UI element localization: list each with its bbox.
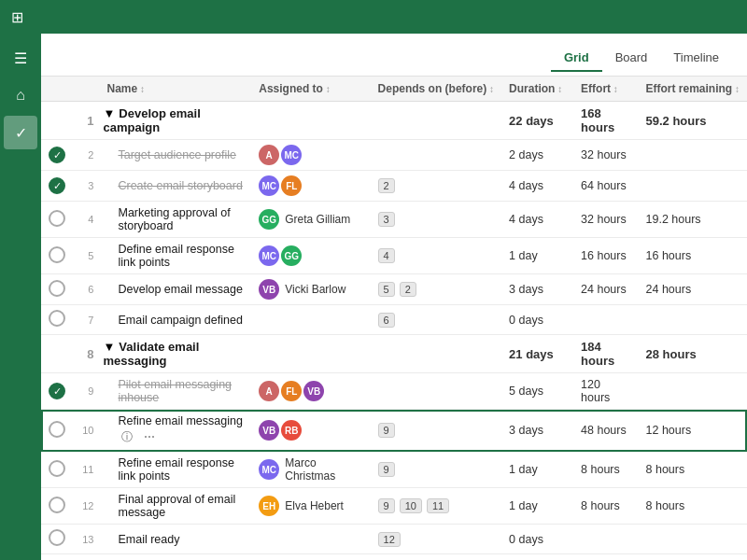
group-row[interactable]: 8▼Validate email messaging21 days184 hou… <box>41 335 747 373</box>
task-name-cell[interactable]: Email campaign defined <box>99 305 251 335</box>
task-row[interactable]: 10Refine email messaging ⓘ ⋯ VBRB93 days… <box>41 410 747 452</box>
avatars: GGGreta Gilliam <box>259 209 362 230</box>
task-name-cell[interactable]: ▼Validate email messaging <box>99 335 251 373</box>
depends-cell: 2 <box>371 171 501 202</box>
task-row[interactable]: 7Email campaign defined60 days <box>41 305 747 335</box>
task-name-cell[interactable]: Develop email message <box>99 274 251 305</box>
avatar: GG <box>259 209 279 230</box>
duration-cell: 1 day <box>501 238 573 274</box>
depends-cell: 12 <box>371 525 501 554</box>
sidebar-hamburger[interactable]: ☰ <box>4 41 37 75</box>
depends-cell <box>371 373 501 410</box>
task-name: Target audience profile <box>118 148 235 161</box>
group-expand-icon[interactable]: ▼ <box>103 106 115 120</box>
task-name-cell[interactable]: Marketing approval of storyboard <box>99 202 251 238</box>
sidebar: ☰ ⌂ ✓ <box>0 34 41 560</box>
app-icon: ⊞ <box>11 8 23 26</box>
task-checkbox[interactable] <box>49 210 65 227</box>
avatars: VBRB <box>259 420 362 441</box>
task-check-cell[interactable]: ✓ <box>41 140 73 171</box>
task-checkbox[interactable] <box>49 460 65 477</box>
col-depends[interactable]: Depends on (before) <box>371 77 501 102</box>
effort-remaining-cell: 28 hours <box>639 335 747 373</box>
assigned-cell <box>251 305 370 335</box>
task-name-cell[interactable]: ▼Run email campaign <box>99 554 251 561</box>
col-duration[interactable]: Duration <box>501 77 573 102</box>
task-name-cell[interactable]: ▼Develop email campaign <box>99 102 251 140</box>
task-checkbox[interactable]: ✓ <box>49 147 65 163</box>
task-name-cell[interactable]: Email ready <box>99 525 251 554</box>
task-check-cell[interactable] <box>41 102 73 140</box>
task-name: Marketing approval of storyboard <box>118 206 230 232</box>
task-row[interactable]: 5Define email response link pointsMCGG41… <box>41 238 747 274</box>
task-checkbox[interactable] <box>49 497 65 513</box>
group-expand-icon[interactable]: ▼ <box>103 340 115 354</box>
task-check-cell[interactable]: ✓ <box>41 171 73 202</box>
task-check-cell[interactable] <box>41 305 73 335</box>
dep-badge: 9 <box>378 498 395 513</box>
assignee-name: Elva Hebert <box>285 499 344 512</box>
task-check-cell[interactable] <box>41 238 73 274</box>
group-row[interactable]: 14▼Run email campaign12 days160 hours160… <box>41 554 747 561</box>
col-effortrem[interactable]: Effort remaining <box>639 77 747 102</box>
tab-board[interactable]: Board <box>602 45 661 72</box>
task-row[interactable]: 12Final approval of email messageEHElva … <box>41 488 747 525</box>
col-num <box>73 77 99 102</box>
row-number: 9 <box>73 373 99 410</box>
task-name-cell[interactable]: Pilot email messaging inhouse <box>99 373 251 410</box>
task-checkbox[interactable] <box>49 280 65 297</box>
tab-timeline[interactable]: Timeline <box>660 45 732 72</box>
task-checkbox[interactable] <box>49 310 65 327</box>
task-row[interactable]: 13Email ready120 days <box>41 525 747 554</box>
effort-cell: 16 hours <box>573 238 638 274</box>
task-checkbox[interactable] <box>49 421 65 438</box>
avatars: MCFL <box>259 175 362 196</box>
row-number: 2 <box>73 140 99 171</box>
task-row[interactable]: ✓3Create email storyboardMCFL24 days64 h… <box>41 171 747 202</box>
task-check-cell[interactable] <box>41 452 73 488</box>
task-row[interactable]: 11Refine email response link pointsMCMar… <box>41 452 747 488</box>
more-icon[interactable]: ⋯ <box>140 427 159 446</box>
task-check-cell[interactable] <box>41 488 73 525</box>
task-check-cell[interactable] <box>41 410 73 452</box>
task-check-cell[interactable] <box>41 525 73 554</box>
task-row[interactable]: ✓2Target audience profileAMC2 days32 hou… <box>41 140 747 171</box>
task-name-cell[interactable]: Refine email response link points <box>99 452 251 488</box>
row-number: 6 <box>73 274 99 305</box>
col-assigned[interactable]: Assigned to <box>251 77 370 102</box>
task-checkbox[interactable] <box>49 246 65 263</box>
task-checkbox[interactable]: ✓ <box>49 177 65 194</box>
effort-remaining-cell: 59.2 hours <box>639 102 747 140</box>
avatar: A <box>259 145 279 165</box>
depends-list: 9 <box>378 423 494 438</box>
sidebar-check[interactable]: ✓ <box>4 116 37 149</box>
task-row[interactable]: 4Marketing approval of storyboardGGGreta… <box>41 202 747 238</box>
task-checkbox[interactable] <box>49 529 65 546</box>
task-name-cell[interactable]: Create email storyboard <box>99 171 251 202</box>
task-row[interactable]: ✓9Pilot email messaging inhouseAFLVB5 da… <box>41 373 747 410</box>
depends-list: 3 <box>378 212 494 227</box>
task-name-cell[interactable]: Target audience profile <box>99 140 251 171</box>
task-name-cell[interactable]: Final approval of email message <box>99 488 251 525</box>
tab-grid[interactable]: Grid <box>551 45 602 72</box>
info-icon[interactable]: ⓘ <box>118 427 136 446</box>
row-number: 12 <box>73 488 99 525</box>
task-name-cell[interactable]: Define email response link points <box>99 238 251 274</box>
task-check-cell[interactable] <box>41 274 73 305</box>
effort-remaining-cell <box>639 140 747 171</box>
depends-cell: 52 <box>371 274 501 305</box>
duration-cell: 0 days <box>501 525 573 554</box>
task-check-cell[interactable] <box>41 335 73 373</box>
depends-cell: 3 <box>371 202 501 238</box>
task-check-cell[interactable] <box>41 202 73 238</box>
task-row[interactable]: 6Develop email messageVBVicki Barlow523 … <box>41 274 747 305</box>
task-check-cell[interactable]: ✓ <box>41 373 73 410</box>
sidebar-home[interactable]: ⌂ <box>4 78 37 112</box>
task-check-cell[interactable] <box>41 554 73 561</box>
row-number: 3 <box>73 171 99 202</box>
group-row[interactable]: 1▼Develop email campaign22 days168 hours… <box>41 102 747 140</box>
task-name-cell[interactable]: Refine email messaging ⓘ ⋯ <box>99 410 251 452</box>
col-name[interactable]: Name <box>99 77 251 102</box>
col-effort[interactable]: Effort <box>573 77 638 102</box>
task-checkbox[interactable]: ✓ <box>49 383 65 399</box>
